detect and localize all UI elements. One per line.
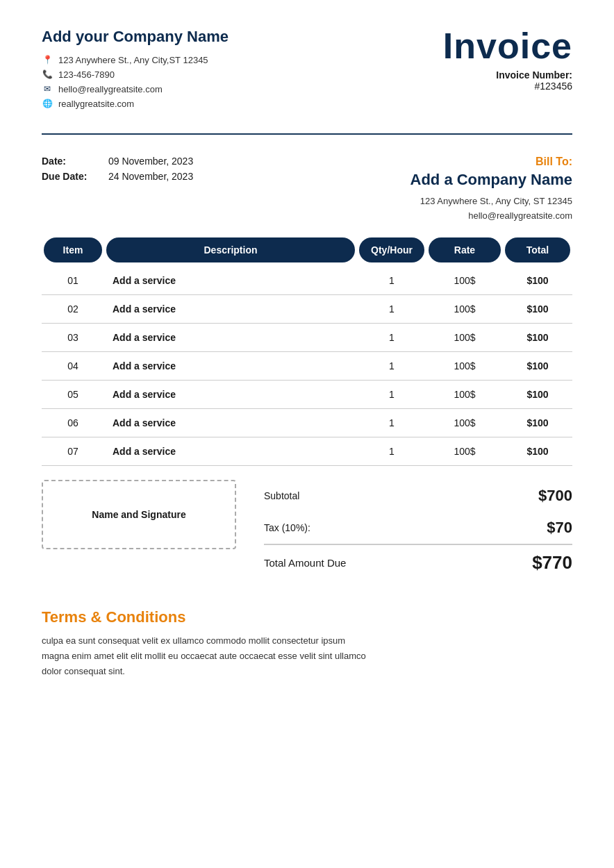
table-rows: 01 Add a service 1 100$ $100 02 Add a se… [42, 267, 572, 466]
table-row: 04 Add a service 1 100$ $100 [42, 352, 572, 381]
tax-value: $70 [547, 519, 572, 537]
row-total: $100 [503, 446, 572, 457]
invoice-title: Invoice [443, 28, 572, 64]
table-row: 01 Add a service 1 100$ $100 [42, 267, 572, 295]
company-info-block: Add your Company Name 📍 123 Anywhere St.… [42, 28, 229, 112]
row-qty: 1 [357, 389, 426, 400]
website-row: 🌐 reallygreatsite.com [42, 98, 229, 109]
row-total: $100 [503, 303, 572, 315]
bill-to-block: Bill To: Add a Company Name 123 Anywhere… [410, 156, 573, 224]
terms-section: Terms & Conditions culpa ea sunt consequ… [42, 608, 572, 679]
row-item: 06 [42, 417, 104, 428]
email-text: hello@reallygreatsite.com [58, 84, 163, 94]
date-value: 09 November, 2023 [108, 156, 193, 167]
row-rate: 100$ [426, 446, 503, 457]
col-item: Item [44, 237, 102, 262]
row-qty: 1 [357, 275, 426, 286]
phone-icon: 📞 [42, 69, 53, 80]
row-total: $100 [503, 360, 572, 372]
terms-text: culpa ea sunt consequat velit ex ullamco… [42, 633, 375, 679]
total-label: Total Amount Due [264, 557, 346, 569]
row-qty: 1 [357, 360, 426, 372]
row-qty: 1 [357, 303, 426, 315]
table-row: 02 Add a service 1 100$ $100 [42, 295, 572, 324]
invoice-table: Item Description Qty/Hour Rate Total 01 … [42, 237, 572, 466]
subtotal-value: $700 [538, 487, 572, 505]
row-rate: 100$ [426, 389, 503, 400]
row-rate: 100$ [426, 360, 503, 372]
row-description: Add a service [104, 275, 357, 286]
date-row: Date: 09 November, 2023 [42, 156, 193, 167]
row-item: 03 [42, 332, 104, 343]
row-item: 07 [42, 446, 104, 457]
invoice-title-block: Invoice Invoice Number: #123456 [443, 28, 572, 92]
bill-section: Date: 09 November, 2023 Due Date: 24 Nov… [42, 156, 572, 224]
table-row: 05 Add a service 1 100$ $100 [42, 381, 572, 409]
row-description: Add a service [104, 303, 357, 315]
invoice-number-label: Invoice Number: [443, 69, 572, 81]
row-rate: 100$ [426, 303, 503, 315]
row-rate: 100$ [426, 275, 503, 286]
row-item: 01 [42, 275, 104, 286]
location-icon: 📍 [42, 54, 53, 65]
row-qty: 1 [357, 332, 426, 343]
total-row: Total Amount Due $770 [264, 544, 572, 581]
phone-row: 📞 123-456-7890 [42, 69, 229, 80]
row-rate: 100$ [426, 332, 503, 343]
due-date-label: Due Date: [42, 171, 97, 182]
table-header: Item Description Qty/Hour Rate Total [42, 237, 572, 262]
row-description: Add a service [104, 360, 357, 372]
summary-signature-section: Name and Signature Subtotal $700 Tax (10… [42, 480, 572, 581]
table-row: 03 Add a service 1 100$ $100 [42, 324, 572, 352]
phone-text: 123-456-7890 [58, 69, 115, 80]
bill-to-label: Bill To: [410, 156, 573, 168]
globe-icon: 🌐 [42, 98, 53, 109]
address-row: 📍 123 Anywhere St., Any City,ST 12345 [42, 54, 229, 65]
row-description: Add a service [104, 446, 357, 457]
due-date-row: Due Date: 24 November, 2023 [42, 171, 193, 182]
table-row: 06 Add a service 1 100$ $100 [42, 409, 572, 437]
date-label: Date: [42, 156, 97, 167]
row-qty: 1 [357, 446, 426, 457]
bill-company-name: Add a Company Name [410, 171, 573, 189]
tax-label: Tax (10%): [264, 522, 310, 533]
row-rate: 100$ [426, 417, 503, 428]
tax-row: Tax (10%): $70 [264, 512, 572, 544]
subtotal-label: Subtotal [264, 490, 299, 501]
bill-address: 123 Anywhere St., Any City, ST 12345 [410, 194, 573, 209]
terms-title: Terms & Conditions [42, 608, 572, 626]
row-total: $100 [503, 389, 572, 400]
row-item: 02 [42, 303, 104, 315]
col-description: Description [106, 237, 355, 262]
row-description: Add a service [104, 332, 357, 343]
col-qty: Qty/Hour [359, 237, 424, 262]
invoice-header: Add your Company Name 📍 123 Anywhere St.… [42, 28, 572, 135]
invoice-number-value: #123456 [443, 81, 572, 92]
row-item: 04 [42, 360, 104, 372]
row-description: Add a service [104, 417, 357, 428]
email-icon: ✉ [42, 83, 53, 94]
row-description: Add a service [104, 389, 357, 400]
row-total: $100 [503, 275, 572, 286]
bill-email: hello@reallygreatsite.com [410, 209, 573, 224]
row-total: $100 [503, 417, 572, 428]
email-row: ✉ hello@reallygreatsite.com [42, 83, 229, 94]
dates-block: Date: 09 November, 2023 Due Date: 24 Nov… [42, 156, 193, 186]
signature-box: Name and Signature [42, 480, 236, 549]
due-date-value: 24 November, 2023 [108, 171, 193, 182]
summary-block: Subtotal $700 Tax (10%): $70 Total Amoun… [264, 480, 572, 581]
total-value: $770 [532, 552, 572, 574]
table-row: 07 Add a service 1 100$ $100 [42, 437, 572, 466]
col-total: Total [505, 237, 570, 262]
company-name: Add your Company Name [42, 28, 229, 46]
row-qty: 1 [357, 417, 426, 428]
subtotal-row: Subtotal $700 [264, 480, 572, 512]
row-total: $100 [503, 332, 572, 343]
row-item: 05 [42, 389, 104, 400]
address-text: 123 Anywhere St., Any City,ST 12345 [58, 55, 208, 65]
website-text: reallygreatsite.com [58, 99, 134, 109]
col-rate: Rate [429, 237, 501, 262]
signature-label: Name and Signature [92, 509, 185, 520]
